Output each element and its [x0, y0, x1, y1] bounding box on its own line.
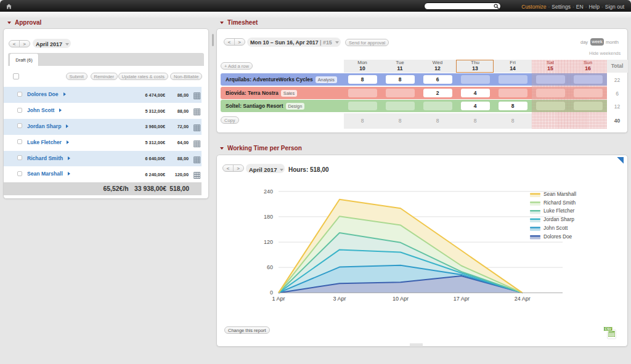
svg-text:1 Apr: 1 Apr — [272, 296, 285, 302]
svg-text:120: 120 — [264, 239, 273, 245]
svg-text:Sean Marshall: Sean Marshall — [543, 191, 576, 197]
svg-text:0: 0 — [270, 289, 273, 296]
svg-text:60: 60 — [267, 264, 273, 270]
svg-text:Dolores Doe: Dolores Doe — [543, 233, 572, 240]
svg-text:240: 240 — [264, 188, 273, 195]
svg-text:Jordan Sharp: Jordan Sharp — [543, 216, 574, 222]
svg-text:Richard Smith: Richard Smith — [543, 200, 576, 206]
svg-text:24 Apr: 24 Apr — [515, 296, 531, 302]
svg-text:17 Apr: 17 Apr — [454, 296, 470, 302]
svg-text:3 Apr: 3 Apr — [333, 296, 346, 302]
svg-text:10 Apr: 10 Apr — [393, 296, 409, 302]
svg-text:CSV: CSV — [605, 327, 612, 331]
svg-text:John Scott: John Scott — [543, 225, 568, 231]
svg-text:180: 180 — [264, 214, 273, 220]
svg-text:Luke Fletcher: Luke Fletcher — [543, 208, 575, 214]
